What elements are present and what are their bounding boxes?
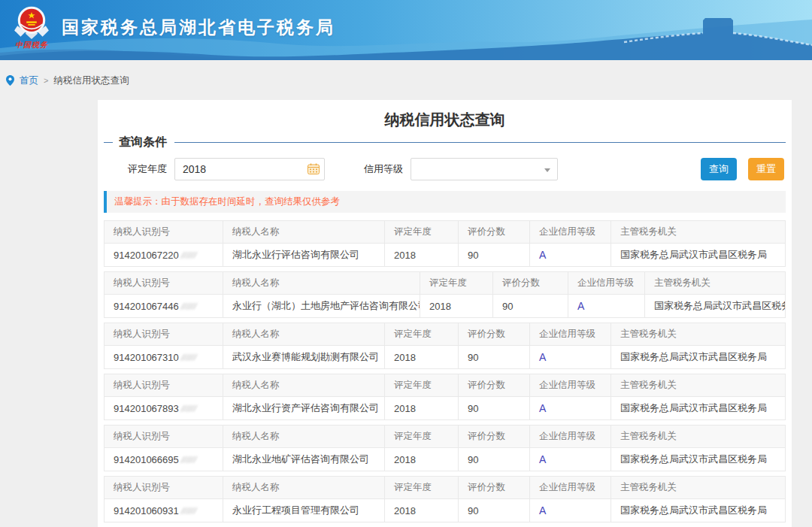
calendar-icon[interactable] bbox=[308, 163, 320, 174]
content-card: 纳税信用状态查询 查询条件 评定年度 信用等级 查询 重置 温馨提示：由于数据 bbox=[98, 100, 792, 527]
masked-id-digits: ////// bbox=[180, 404, 198, 414]
result-table: 纳税人识别号纳税人名称评定年度评价分数企业信用等级主管税务机关914201067… bbox=[104, 271, 786, 318]
header-score: 评价分数 bbox=[459, 477, 530, 499]
legend-dash bbox=[104, 142, 113, 143]
header-tax-authority: 主管税务机关 bbox=[611, 477, 786, 499]
tax-emblem-icon bbox=[12, 4, 51, 41]
cell-taxpayer-id: 914201066695////// bbox=[105, 448, 223, 471]
cell-score: 90 bbox=[459, 499, 530, 522]
header-taxpayer-id: 纳税人识别号 bbox=[105, 323, 223, 346]
search-button[interactable]: 查询 bbox=[701, 158, 737, 180]
cell-taxpayer-name: 湖北永业行资产评估咨询有限公司 bbox=[223, 397, 385, 420]
cell-credit-grade: A bbox=[530, 448, 611, 471]
cell-taxpayer-name: 湖北永业行评估咨询有限公司 bbox=[223, 244, 385, 267]
cell-taxpayer-id: 914201060931////// bbox=[105, 499, 223, 522]
credit-grade-value: A bbox=[539, 504, 546, 516]
breadcrumb-current: 纳税信用状态查询 bbox=[53, 74, 129, 87]
header-tax-authority: 主管税务机关 bbox=[611, 323, 786, 346]
cell-taxpayer-id: 914201067446////// bbox=[105, 295, 223, 318]
taxpayer-id-visible: 914201067446 bbox=[114, 301, 179, 312]
header-score: 评价分数 bbox=[493, 272, 568, 295]
brand-block: 中国税务 国家税务总局湖北省电子税务局 bbox=[0, 0, 812, 50]
masked-id-digits: ////// bbox=[180, 506, 198, 516]
header-tax-authority: 主管税务机关 bbox=[611, 374, 786, 397]
header-score: 评价分数 bbox=[459, 221, 530, 244]
page-title: 纳税信用状态查询 bbox=[104, 109, 786, 130]
breadcrumb-separator: > bbox=[44, 76, 48, 85]
taxpayer-id-visible: 914201067310 bbox=[114, 352, 179, 363]
taxpayer-id-visible: 914201060931 bbox=[114, 505, 179, 516]
cell-tax-authority: 国家税务总局武汉市武昌区税务局 bbox=[611, 448, 786, 471]
header-credit-grade: 企业信用等级 bbox=[530, 221, 611, 244]
site-title: 国家税务总局湖北省电子税务局 bbox=[62, 16, 335, 39]
header-credit-grade: 企业信用等级 bbox=[530, 374, 611, 397]
year-label: 评定年度 bbox=[128, 162, 167, 176]
header-assessment-year: 评定年度 bbox=[385, 477, 459, 499]
header-tax-authority: 主管税务机关 bbox=[611, 426, 786, 448]
cell-tax-authority: 国家税务总局武汉市武昌区税务局 bbox=[611, 244, 786, 267]
legend-line bbox=[174, 142, 786, 143]
cell-score: 90 bbox=[459, 448, 530, 471]
masked-id-digits: ////// bbox=[180, 301, 198, 312]
credit-grade-value: A bbox=[539, 402, 546, 414]
query-conditions-section-header: 查询条件 bbox=[104, 135, 786, 150]
cell-taxpayer-id: 914201067220////// bbox=[105, 244, 223, 267]
breadcrumb-home-link[interactable]: 首页 bbox=[20, 74, 38, 87]
cell-tax-authority: 国家税务总局武汉市武昌区税务局 bbox=[645, 295, 786, 318]
cell-credit-grade: A bbox=[530, 346, 611, 369]
header-banner: 中国税务 国家税务总局湖北省电子税务局 bbox=[0, 0, 812, 60]
grade-select[interactable] bbox=[411, 158, 558, 180]
header-score: 评价分数 bbox=[459, 426, 530, 448]
cell-credit-grade: A bbox=[530, 499, 611, 522]
header-taxpayer-name: 纳税人名称 bbox=[223, 374, 385, 397]
header-assessment-year: 评定年度 bbox=[385, 374, 459, 397]
notice-banner: 温馨提示：由于数据存在时间延时，查询结果仅供参考 bbox=[104, 191, 786, 213]
header-credit-grade: 企业信用等级 bbox=[530, 323, 611, 346]
result-table: 纳税人识别号纳税人名称评定年度评价分数企业信用等级主管税务机关914201067… bbox=[104, 323, 786, 369]
result-table: 纳税人识别号纳税人名称评定年度评价分数企业信用等级主管税务机关914201067… bbox=[104, 374, 786, 420]
chevron-down-icon bbox=[544, 168, 550, 172]
header-taxpayer-id: 纳税人识别号 bbox=[105, 477, 223, 499]
taxpayer-id-visible: 914201066695 bbox=[114, 454, 179, 465]
cell-credit-grade: A bbox=[530, 244, 611, 267]
header-taxpayer-id: 纳税人识别号 bbox=[105, 272, 223, 295]
cell-score: 90 bbox=[459, 346, 530, 369]
results-list: 纳税人识别号纳税人名称评定年度评价分数企业信用等级主管税务机关914201067… bbox=[104, 220, 786, 522]
header-tax-authority: 主管税务机关 bbox=[611, 221, 786, 244]
cell-tax-authority: 国家税务总局武汉市武昌区税务局 bbox=[611, 499, 786, 522]
masked-id-digits: ////// bbox=[180, 250, 198, 261]
cell-assessment-year: 2018 bbox=[385, 499, 459, 522]
credit-grade-value: A bbox=[577, 300, 584, 312]
cell-taxpayer-name: 湖北永业地矿评估咨询有限公司 bbox=[223, 448, 385, 471]
cell-assessment-year: 2018 bbox=[385, 346, 459, 369]
header-taxpayer-id: 纳税人识别号 bbox=[105, 221, 223, 244]
cell-taxpayer-id: 914201067893////// bbox=[105, 397, 223, 420]
cell-tax-authority: 国家税务总局武汉市武昌区税务局 bbox=[611, 346, 786, 369]
cell-taxpayer-id: 914201067310////// bbox=[105, 346, 223, 369]
cell-score: 90 bbox=[493, 295, 568, 318]
cell-score: 90 bbox=[459, 244, 530, 267]
credit-grade-value: A bbox=[539, 249, 546, 261]
header-taxpayer-name: 纳税人名称 bbox=[223, 477, 385, 499]
header-credit-grade: 企业信用等级 bbox=[530, 477, 611, 499]
header-assessment-year: 评定年度 bbox=[385, 323, 459, 346]
header-assessment-year: 评定年度 bbox=[385, 221, 459, 244]
header-credit-grade: 企业信用等级 bbox=[568, 272, 645, 295]
grade-label: 信用等级 bbox=[364, 162, 403, 176]
breadcrumb: 首页 > 纳税信用状态查询 bbox=[0, 60, 812, 90]
header-credit-grade: 企业信用等级 bbox=[530, 426, 611, 448]
header-taxpayer-name: 纳税人名称 bbox=[223, 221, 385, 244]
credit-grade-value: A bbox=[539, 453, 546, 465]
cell-assessment-year: 2018 bbox=[385, 244, 459, 267]
logo-caption: 中国税务 bbox=[11, 40, 53, 50]
year-input[interactable] bbox=[174, 158, 325, 180]
cell-taxpayer-name: 武汉永业赛博能规划勘测有限公司 bbox=[223, 346, 385, 369]
header-score: 评价分数 bbox=[459, 323, 530, 346]
location-pin-icon bbox=[6, 75, 14, 86]
taxpayer-id-visible: 914201067220 bbox=[114, 250, 179, 261]
header-taxpayer-name: 纳税人名称 bbox=[223, 426, 385, 448]
reset-button[interactable]: 重置 bbox=[748, 158, 784, 180]
query-form: 评定年度 信用等级 查询 重置 bbox=[104, 158, 786, 180]
cell-tax-authority: 国家税务总局武汉市武昌区税务局 bbox=[611, 397, 786, 420]
header-taxpayer-id: 纳税人识别号 bbox=[105, 426, 223, 448]
